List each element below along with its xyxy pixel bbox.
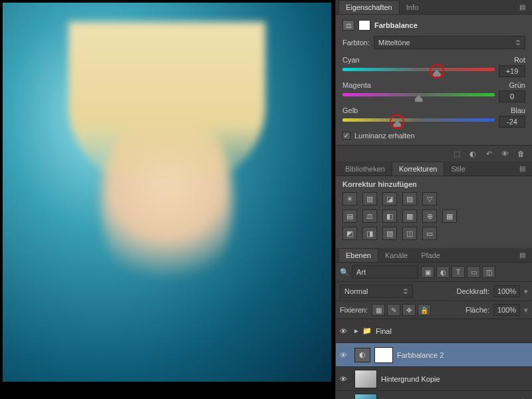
folder-icon: 📁 — [362, 327, 372, 335]
balance-icon: ⚖ — [342, 20, 354, 31]
adjustment-preset-icon[interactable]: ▥ — [362, 192, 377, 205]
layer-row[interactable]: 👁Hintergrund🔒 — [336, 391, 532, 399]
properties-footer-button[interactable]: ↶ — [483, 148, 495, 159]
properties-tab-row: Eigenschaften Info ▤ — [336, 0, 532, 15]
tab-eigenschaften[interactable]: Eigenschaften — [338, 0, 400, 14]
properties-footer-button[interactable]: ⬚ — [451, 148, 463, 159]
adjustment-preset-icon[interactable]: ▩ — [402, 209, 417, 223]
tab-korrekturen[interactable]: Korrekturen — [392, 162, 444, 176]
blend-mode-select[interactable]: Normal — [340, 285, 413, 298]
adjustments-tab-row: Bibliotheken Korrekturen Stile ▤ — [336, 162, 532, 176]
adjustment-preset-icon[interactable]: ⚖ — [362, 209, 377, 223]
layer-name[interactable]: Hintergrund Kopie — [381, 375, 440, 383]
layer-filter-icon[interactable]: ◐ — [436, 266, 450, 278]
adjustment-preset-icon[interactable]: ◪ — [382, 192, 397, 205]
adjustment-preset-icon[interactable]: ▽ — [422, 192, 437, 205]
properties-flyout-icon[interactable]: ▤ — [515, 3, 529, 11]
layers-tab-row: Ebenen Kanäle Pfade ▤ — [336, 248, 532, 263]
adjustment-thumb-icon: ◐ — [354, 348, 370, 362]
slider-right-label: Rot — [514, 56, 525, 64]
properties-footer-icons: ⬚◐↶👁🗑 — [336, 145, 532, 162]
adjustment-preset-icon[interactable]: ▤ — [342, 209, 357, 223]
lock-option-icon[interactable]: ▦ — [372, 304, 385, 316]
adjustment-preset-icon[interactable]: ▧ — [382, 227, 397, 240]
opacity-input[interactable]: 100% — [493, 285, 520, 297]
mask-thumb-icon[interactable] — [358, 20, 370, 31]
adjustment-preset-icon[interactable]: ▦ — [442, 209, 457, 223]
visibility-eye-icon[interactable]: 👁 — [340, 375, 350, 383]
fill-input[interactable]: 100% — [493, 304, 520, 316]
tab-ebenen[interactable]: Ebenen — [338, 248, 378, 262]
layer-row[interactable]: 👁▸📁Final — [336, 319, 532, 343]
slider-right-label: Blau — [511, 106, 525, 114]
slider-left-label: Gelb — [342, 106, 358, 114]
tone-label: Farbton: — [342, 39, 370, 47]
tab-info[interactable]: Info — [400, 1, 425, 14]
lock-option-icon[interactable]: 🔒 — [418, 304, 431, 316]
tab-kanaele[interactable]: Kanäle — [378, 249, 414, 262]
layer-name[interactable]: Farbbalance 2 — [397, 351, 444, 359]
slider-right-label: Grün — [509, 81, 525, 89]
properties-footer-button[interactable]: 👁 — [499, 148, 511, 159]
layer-filter-icon[interactable]: ◫ — [482, 266, 495, 278]
color-slider[interactable] — [342, 93, 495, 100]
layer-filter-row: 🔍 Art ▣◐T▭◫ — [336, 263, 532, 282]
layer-row[interactable]: 👁Hintergrund Kopie — [336, 367, 532, 391]
opacity-label: Deckkraft: — [456, 287, 489, 295]
preserve-luminosity-checkbox[interactable]: ✓ — [342, 132, 350, 140]
layer-filter-select[interactable]: Art — [352, 265, 418, 279]
layer-name[interactable]: Final — [376, 327, 392, 335]
lock-option-icon[interactable]: ✥ — [402, 304, 416, 316]
adjustment-preset-icon[interactable]: ▭ — [422, 227, 437, 240]
canvas-image — [3, 3, 331, 382]
document-canvas[interactable] — [0, 0, 335, 399]
adjustments-panel-body: Korrektur hinzufügen ☀▥◪▨▽▤⚖◧▩⊕▦◩◨▧◫▭ — [336, 176, 532, 248]
right-panel-stack: Eigenschaften Info ▤ ⚖ Farbbalance Farbt… — [335, 0, 532, 399]
color-slider[interactable] — [342, 118, 495, 125]
properties-footer-button[interactable]: ◐ — [467, 148, 479, 159]
slider-left-label: Cyan — [342, 56, 360, 64]
adjustment-preset-icon[interactable]: ☀ — [342, 192, 357, 205]
disclosure-triangle-icon[interactable]: ▸ — [354, 327, 358, 335]
adjustment-title: Farbbalance — [374, 21, 418, 29]
adjustment-preset-icon[interactable]: ◧ — [382, 209, 397, 223]
adjustments-flyout-icon[interactable]: ▤ — [515, 165, 529, 172]
layers-flyout-icon[interactable]: ▤ — [515, 251, 529, 259]
fill-label: Fläche: — [466, 306, 489, 314]
visibility-eye-icon[interactable]: 👁 — [340, 327, 350, 335]
tone-select[interactable]: Mitteltöne — [374, 36, 525, 49]
layer-thumb[interactable] — [354, 394, 377, 400]
tab-bibliotheken[interactable]: Bibliotheken — [338, 162, 392, 176]
layer-filter-icon[interactable]: T — [452, 266, 465, 278]
adjustment-preset-icon[interactable]: ◩ — [342, 227, 357, 240]
adjustment-preset-icon[interactable]: ⊕ — [422, 209, 437, 223]
properties-panel-body: ⚖ Farbbalance Farbton: Mitteltöne CyanRo… — [336, 15, 532, 145]
layer-row[interactable]: 👁◐Farbbalance 2 — [336, 343, 532, 367]
add-adjustment-label: Korrektur hinzufügen — [342, 180, 525, 188]
adjustment-header: ⚖ Farbbalance — [342, 20, 525, 31]
layer-list: 👁▸📁Final👁◐Farbbalance 2👁Hintergrund Kopi… — [336, 319, 532, 399]
preserve-luminosity-label: Luminanz erhalten — [354, 132, 415, 140]
layer-filter-icon[interactable]: ▭ — [467, 266, 480, 278]
tab-pfade[interactable]: Pfade — [414, 249, 447, 262]
properties-footer-button[interactable]: 🗑 — [515, 148, 527, 159]
slider-value-input[interactable]: 0 — [499, 90, 525, 102]
adjustment-preset-icon[interactable]: ◨ — [362, 227, 377, 240]
adjustment-preset-icon[interactable]: ▨ — [402, 192, 417, 205]
slider-left-label: Magenta — [342, 81, 371, 89]
visibility-eye-icon[interactable]: 👁 — [340, 351, 350, 359]
layer-filter-icon[interactable]: ▣ — [421, 266, 434, 278]
slider-value-input[interactable]: -24 — [499, 116, 525, 128]
lock-label: Fixieren: — [340, 306, 368, 314]
slider-value-input[interactable]: +19 — [499, 65, 525, 77]
tab-stile[interactable]: Stile — [444, 162, 471, 176]
layer-mask-thumb[interactable] — [374, 347, 393, 363]
layer-thumb[interactable] — [354, 370, 377, 388]
lock-option-icon[interactable]: ✎ — [387, 304, 400, 316]
color-slider[interactable] — [342, 68, 495, 74]
adjustment-preset-icon[interactable]: ◫ — [402, 227, 417, 240]
